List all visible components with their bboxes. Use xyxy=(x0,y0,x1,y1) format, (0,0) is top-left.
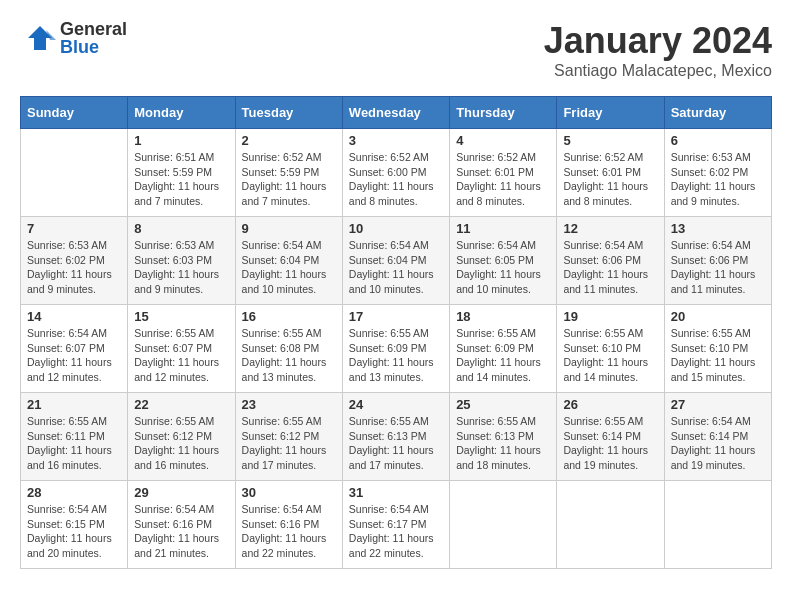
day-info: Sunrise: 6:54 AM Sunset: 6:16 PM Dayligh… xyxy=(134,502,228,561)
day-number: 26 xyxy=(563,397,657,412)
day-number: 23 xyxy=(242,397,336,412)
day-number: 7 xyxy=(27,221,121,236)
day-number: 24 xyxy=(349,397,443,412)
calendar-title: January 2024 xyxy=(544,20,772,62)
day-info: Sunrise: 6:55 AM Sunset: 6:14 PM Dayligh… xyxy=(563,414,657,473)
logo-icon xyxy=(20,20,56,56)
day-info: Sunrise: 6:55 AM Sunset: 6:12 PM Dayligh… xyxy=(242,414,336,473)
calendar-week-5: 28Sunrise: 6:54 AM Sunset: 6:15 PM Dayli… xyxy=(21,481,772,569)
calendar-cell: 11Sunrise: 6:54 AM Sunset: 6:05 PM Dayli… xyxy=(450,217,557,305)
calendar-cell: 30Sunrise: 6:54 AM Sunset: 6:16 PM Dayli… xyxy=(235,481,342,569)
day-info: Sunrise: 6:54 AM Sunset: 6:04 PM Dayligh… xyxy=(349,238,443,297)
day-number: 22 xyxy=(134,397,228,412)
day-info: Sunrise: 6:52 AM Sunset: 6:01 PM Dayligh… xyxy=(563,150,657,209)
calendar-week-1: 1Sunrise: 6:51 AM Sunset: 5:59 PM Daylig… xyxy=(21,129,772,217)
calendar-cell: 7Sunrise: 6:53 AM Sunset: 6:02 PM Daylig… xyxy=(21,217,128,305)
day-number: 30 xyxy=(242,485,336,500)
calendar-cell: 18Sunrise: 6:55 AM Sunset: 6:09 PM Dayli… xyxy=(450,305,557,393)
calendar-cell: 9Sunrise: 6:54 AM Sunset: 6:04 PM Daylig… xyxy=(235,217,342,305)
calendar-cell: 22Sunrise: 6:55 AM Sunset: 6:12 PM Dayli… xyxy=(128,393,235,481)
day-info: Sunrise: 6:55 AM Sunset: 6:09 PM Dayligh… xyxy=(349,326,443,385)
calendar-cell: 10Sunrise: 6:54 AM Sunset: 6:04 PM Dayli… xyxy=(342,217,449,305)
calendar-cell: 19Sunrise: 6:55 AM Sunset: 6:10 PM Dayli… xyxy=(557,305,664,393)
logo-blue-text: Blue xyxy=(60,38,127,56)
header-cell-wednesday: Wednesday xyxy=(342,97,449,129)
day-number: 20 xyxy=(671,309,765,324)
day-number: 1 xyxy=(134,133,228,148)
day-number: 13 xyxy=(671,221,765,236)
calendar-cell: 1Sunrise: 6:51 AM Sunset: 5:59 PM Daylig… xyxy=(128,129,235,217)
day-info: Sunrise: 6:54 AM Sunset: 6:06 PM Dayligh… xyxy=(563,238,657,297)
calendar-cell: 13Sunrise: 6:54 AM Sunset: 6:06 PM Dayli… xyxy=(664,217,771,305)
day-info: Sunrise: 6:52 AM Sunset: 6:00 PM Dayligh… xyxy=(349,150,443,209)
calendar-cell xyxy=(664,481,771,569)
day-number: 19 xyxy=(563,309,657,324)
header-cell-thursday: Thursday xyxy=(450,97,557,129)
calendar-cell: 27Sunrise: 6:54 AM Sunset: 6:14 PM Dayli… xyxy=(664,393,771,481)
day-number: 10 xyxy=(349,221,443,236)
calendar-cell: 14Sunrise: 6:54 AM Sunset: 6:07 PM Dayli… xyxy=(21,305,128,393)
day-number: 9 xyxy=(242,221,336,236)
calendar-cell: 29Sunrise: 6:54 AM Sunset: 6:16 PM Dayli… xyxy=(128,481,235,569)
day-info: Sunrise: 6:54 AM Sunset: 6:05 PM Dayligh… xyxy=(456,238,550,297)
day-number: 8 xyxy=(134,221,228,236)
day-info: Sunrise: 6:54 AM Sunset: 6:14 PM Dayligh… xyxy=(671,414,765,473)
day-number: 4 xyxy=(456,133,550,148)
day-info: Sunrise: 6:53 AM Sunset: 6:03 PM Dayligh… xyxy=(134,238,228,297)
day-number: 16 xyxy=(242,309,336,324)
day-info: Sunrise: 6:54 AM Sunset: 6:15 PM Dayligh… xyxy=(27,502,121,561)
calendar-week-3: 14Sunrise: 6:54 AM Sunset: 6:07 PM Dayli… xyxy=(21,305,772,393)
logo-general-text: General xyxy=(60,20,127,38)
day-info: Sunrise: 6:55 AM Sunset: 6:09 PM Dayligh… xyxy=(456,326,550,385)
day-info: Sunrise: 6:54 AM Sunset: 6:16 PM Dayligh… xyxy=(242,502,336,561)
day-info: Sunrise: 6:54 AM Sunset: 6:17 PM Dayligh… xyxy=(349,502,443,561)
day-info: Sunrise: 6:54 AM Sunset: 6:07 PM Dayligh… xyxy=(27,326,121,385)
header-cell-sunday: Sunday xyxy=(21,97,128,129)
day-info: Sunrise: 6:53 AM Sunset: 6:02 PM Dayligh… xyxy=(27,238,121,297)
calendar-week-2: 7Sunrise: 6:53 AM Sunset: 6:02 PM Daylig… xyxy=(21,217,772,305)
calendar-cell: 12Sunrise: 6:54 AM Sunset: 6:06 PM Dayli… xyxy=(557,217,664,305)
calendar-cell xyxy=(557,481,664,569)
day-info: Sunrise: 6:55 AM Sunset: 6:13 PM Dayligh… xyxy=(349,414,443,473)
calendar-cell: 26Sunrise: 6:55 AM Sunset: 6:14 PM Dayli… xyxy=(557,393,664,481)
title-area: January 2024 Santiago Malacatepec, Mexic… xyxy=(544,20,772,80)
day-number: 17 xyxy=(349,309,443,324)
calendar-header: SundayMondayTuesdayWednesdayThursdayFrid… xyxy=(21,97,772,129)
calendar-cell: 20Sunrise: 6:55 AM Sunset: 6:10 PM Dayli… xyxy=(664,305,771,393)
day-number: 5 xyxy=(563,133,657,148)
calendar-body: 1Sunrise: 6:51 AM Sunset: 5:59 PM Daylig… xyxy=(21,129,772,569)
calendar-cell: 23Sunrise: 6:55 AM Sunset: 6:12 PM Dayli… xyxy=(235,393,342,481)
calendar-cell: 15Sunrise: 6:55 AM Sunset: 6:07 PM Dayli… xyxy=(128,305,235,393)
logo: General Blue xyxy=(20,20,127,56)
day-number: 14 xyxy=(27,309,121,324)
day-info: Sunrise: 6:55 AM Sunset: 6:10 PM Dayligh… xyxy=(671,326,765,385)
day-info: Sunrise: 6:54 AM Sunset: 6:06 PM Dayligh… xyxy=(671,238,765,297)
day-info: Sunrise: 6:55 AM Sunset: 6:12 PM Dayligh… xyxy=(134,414,228,473)
day-number: 31 xyxy=(349,485,443,500)
day-info: Sunrise: 6:55 AM Sunset: 6:07 PM Dayligh… xyxy=(134,326,228,385)
day-info: Sunrise: 6:55 AM Sunset: 6:11 PM Dayligh… xyxy=(27,414,121,473)
day-number: 21 xyxy=(27,397,121,412)
header: General Blue January 2024 Santiago Malac… xyxy=(20,20,772,80)
svg-marker-0 xyxy=(28,26,52,50)
day-info: Sunrise: 6:55 AM Sunset: 6:08 PM Dayligh… xyxy=(242,326,336,385)
day-info: Sunrise: 6:52 AM Sunset: 6:01 PM Dayligh… xyxy=(456,150,550,209)
day-number: 15 xyxy=(134,309,228,324)
day-number: 2 xyxy=(242,133,336,148)
calendar-table: SundayMondayTuesdayWednesdayThursdayFrid… xyxy=(20,96,772,569)
day-number: 6 xyxy=(671,133,765,148)
logo-text: General Blue xyxy=(60,20,127,56)
day-number: 27 xyxy=(671,397,765,412)
day-number: 18 xyxy=(456,309,550,324)
header-cell-monday: Monday xyxy=(128,97,235,129)
header-cell-friday: Friday xyxy=(557,97,664,129)
day-number: 28 xyxy=(27,485,121,500)
calendar-cell: 21Sunrise: 6:55 AM Sunset: 6:11 PM Dayli… xyxy=(21,393,128,481)
calendar-cell: 28Sunrise: 6:54 AM Sunset: 6:15 PM Dayli… xyxy=(21,481,128,569)
calendar-cell xyxy=(450,481,557,569)
header-cell-tuesday: Tuesday xyxy=(235,97,342,129)
calendar-cell: 31Sunrise: 6:54 AM Sunset: 6:17 PM Dayli… xyxy=(342,481,449,569)
calendar-week-4: 21Sunrise: 6:55 AM Sunset: 6:11 PM Dayli… xyxy=(21,393,772,481)
calendar-cell: 5Sunrise: 6:52 AM Sunset: 6:01 PM Daylig… xyxy=(557,129,664,217)
header-cell-saturday: Saturday xyxy=(664,97,771,129)
